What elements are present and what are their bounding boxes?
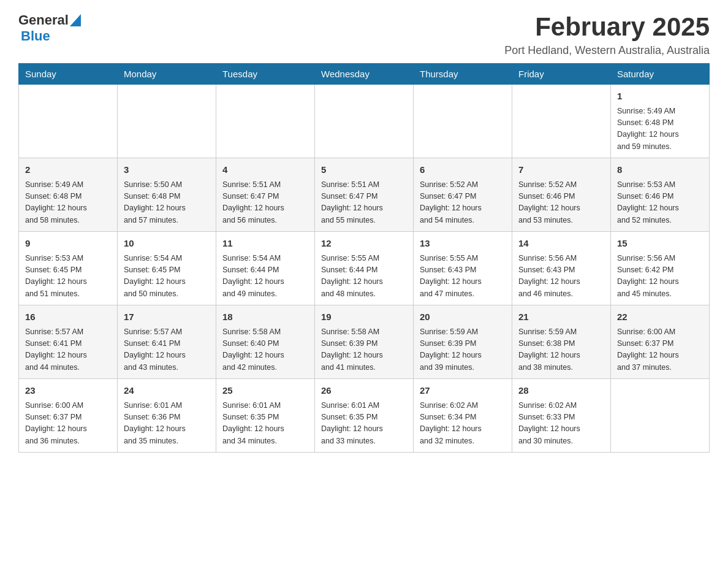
day-number: 6 xyxy=(420,163,506,177)
day-number: 8 xyxy=(617,163,703,177)
calendar-cell xyxy=(414,85,512,158)
logo-general-text: General xyxy=(18,12,69,28)
day-info: Sunrise: 5:52 AM Sunset: 6:47 PM Dayligh… xyxy=(420,179,506,227)
weekday-header-tuesday: Tuesday xyxy=(216,64,315,85)
calendar-cell: 3Sunrise: 5:50 AM Sunset: 6:48 PM Daylig… xyxy=(118,158,216,232)
calendar-cell: 8Sunrise: 5:53 AM Sunset: 6:46 PM Daylig… xyxy=(611,158,710,232)
calendar-week-row: 9Sunrise: 5:53 AM Sunset: 6:45 PM Daylig… xyxy=(19,232,710,305)
day-info: Sunrise: 5:59 AM Sunset: 6:38 PM Dayligh… xyxy=(518,326,604,374)
location-title: Port Hedland, Western Australia, Austral… xyxy=(504,44,710,57)
calendar-cell: 17Sunrise: 5:57 AM Sunset: 6:41 PM Dayli… xyxy=(118,305,216,379)
day-info: Sunrise: 5:54 AM Sunset: 6:44 PM Dayligh… xyxy=(222,253,308,301)
day-number: 21 xyxy=(518,310,604,324)
weekday-header-friday: Friday xyxy=(512,64,611,85)
calendar-week-row: 1Sunrise: 5:49 AM Sunset: 6:48 PM Daylig… xyxy=(19,85,710,158)
weekday-header-wednesday: Wednesday xyxy=(315,64,414,85)
day-number: 11 xyxy=(222,237,308,251)
day-info: Sunrise: 5:52 AM Sunset: 6:46 PM Dayligh… xyxy=(518,179,604,227)
calendar-cell: 25Sunrise: 6:01 AM Sunset: 6:35 PM Dayli… xyxy=(216,379,315,453)
day-info: Sunrise: 5:49 AM Sunset: 6:48 PM Dayligh… xyxy=(25,179,111,227)
calendar-cell: 23Sunrise: 6:00 AM Sunset: 6:37 PM Dayli… xyxy=(19,379,118,453)
day-info: Sunrise: 6:00 AM Sunset: 6:37 PM Dayligh… xyxy=(25,400,111,448)
calendar-cell xyxy=(216,85,315,158)
weekday-header-thursday: Thursday xyxy=(414,64,512,85)
calendar-cell: 18Sunrise: 5:58 AM Sunset: 6:40 PM Dayli… xyxy=(216,305,315,379)
svg-marker-0 xyxy=(70,14,81,26)
day-number: 26 xyxy=(321,384,407,398)
day-info: Sunrise: 6:02 AM Sunset: 6:34 PM Dayligh… xyxy=(420,400,506,448)
day-number: 25 xyxy=(222,384,308,398)
day-number: 7 xyxy=(518,163,604,177)
day-number: 22 xyxy=(617,310,703,324)
calendar-cell xyxy=(118,85,216,158)
day-number: 3 xyxy=(124,163,210,177)
title-area: February 2025 Port Hedland, Western Aust… xyxy=(504,12,710,57)
calendar-cell: 19Sunrise: 5:58 AM Sunset: 6:39 PM Dayli… xyxy=(315,305,414,379)
day-info: Sunrise: 5:56 AM Sunset: 6:43 PM Dayligh… xyxy=(518,253,604,301)
day-info: Sunrise: 6:00 AM Sunset: 6:37 PM Dayligh… xyxy=(617,326,703,374)
calendar-cell: 1Sunrise: 5:49 AM Sunset: 6:48 PM Daylig… xyxy=(611,85,710,158)
calendar-week-row: 16Sunrise: 5:57 AM Sunset: 6:41 PM Dayli… xyxy=(19,305,710,379)
day-info: Sunrise: 5:54 AM Sunset: 6:45 PM Dayligh… xyxy=(124,253,210,301)
calendar-cell: 2Sunrise: 5:49 AM Sunset: 6:48 PM Daylig… xyxy=(19,158,118,232)
calendar-cell xyxy=(611,379,710,453)
calendar-table: SundayMondayTuesdayWednesdayThursdayFrid… xyxy=(18,63,710,453)
calendar-cell: 28Sunrise: 6:02 AM Sunset: 6:33 PM Dayli… xyxy=(512,379,611,453)
calendar-cell: 6Sunrise: 5:52 AM Sunset: 6:47 PM Daylig… xyxy=(414,158,512,232)
calendar-cell: 26Sunrise: 6:01 AM Sunset: 6:35 PM Dayli… xyxy=(315,379,414,453)
calendar-cell: 11Sunrise: 5:54 AM Sunset: 6:44 PM Dayli… xyxy=(216,232,315,305)
day-info: Sunrise: 5:55 AM Sunset: 6:44 PM Dayligh… xyxy=(321,253,407,301)
day-info: Sunrise: 6:02 AM Sunset: 6:33 PM Dayligh… xyxy=(518,400,604,448)
day-number: 12 xyxy=(321,237,407,251)
page-header: General Blue February 2025 Port Hedland,… xyxy=(18,12,710,57)
calendar-cell: 12Sunrise: 5:55 AM Sunset: 6:44 PM Dayli… xyxy=(315,232,414,305)
month-title: February 2025 xyxy=(504,12,710,42)
day-number: 16 xyxy=(25,310,111,324)
day-number: 28 xyxy=(518,384,604,398)
calendar-cell: 22Sunrise: 6:00 AM Sunset: 6:37 PM Dayli… xyxy=(611,305,710,379)
weekday-header-saturday: Saturday xyxy=(611,64,710,85)
day-info: Sunrise: 5:49 AM Sunset: 6:48 PM Dayligh… xyxy=(617,105,703,153)
calendar-cell: 4Sunrise: 5:51 AM Sunset: 6:47 PM Daylig… xyxy=(216,158,315,232)
weekday-header-monday: Monday xyxy=(118,64,216,85)
day-number: 27 xyxy=(420,384,506,398)
calendar-header-row: SundayMondayTuesdayWednesdayThursdayFrid… xyxy=(19,64,710,85)
day-info: Sunrise: 5:58 AM Sunset: 6:40 PM Dayligh… xyxy=(222,326,308,374)
day-info: Sunrise: 6:01 AM Sunset: 6:36 PM Dayligh… xyxy=(124,400,210,448)
day-number: 10 xyxy=(124,237,210,251)
day-info: Sunrise: 5:57 AM Sunset: 6:41 PM Dayligh… xyxy=(25,326,111,374)
calendar-cell: 27Sunrise: 6:02 AM Sunset: 6:34 PM Dayli… xyxy=(414,379,512,453)
day-info: Sunrise: 5:57 AM Sunset: 6:41 PM Dayligh… xyxy=(124,326,210,374)
calendar-cell: 14Sunrise: 5:56 AM Sunset: 6:43 PM Dayli… xyxy=(512,232,611,305)
calendar-week-row: 23Sunrise: 6:00 AM Sunset: 6:37 PM Dayli… xyxy=(19,379,710,453)
calendar-cell xyxy=(315,85,414,158)
day-number: 1 xyxy=(617,90,703,104)
calendar-week-row: 2Sunrise: 5:49 AM Sunset: 6:48 PM Daylig… xyxy=(19,158,710,232)
day-number: 19 xyxy=(321,310,407,324)
day-number: 23 xyxy=(25,384,111,398)
day-info: Sunrise: 5:51 AM Sunset: 6:47 PM Dayligh… xyxy=(222,179,308,227)
calendar-cell: 13Sunrise: 5:55 AM Sunset: 6:43 PM Dayli… xyxy=(414,232,512,305)
day-number: 18 xyxy=(222,310,308,324)
day-info: Sunrise: 5:56 AM Sunset: 6:42 PM Dayligh… xyxy=(617,253,703,301)
calendar-cell: 7Sunrise: 5:52 AM Sunset: 6:46 PM Daylig… xyxy=(512,158,611,232)
calendar-cell: 15Sunrise: 5:56 AM Sunset: 6:42 PM Dayli… xyxy=(611,232,710,305)
day-number: 5 xyxy=(321,163,407,177)
day-number: 17 xyxy=(124,310,210,324)
calendar-cell: 10Sunrise: 5:54 AM Sunset: 6:45 PM Dayli… xyxy=(118,232,216,305)
day-info: Sunrise: 6:01 AM Sunset: 6:35 PM Dayligh… xyxy=(321,400,407,448)
calendar-cell: 21Sunrise: 5:59 AM Sunset: 6:38 PM Dayli… xyxy=(512,305,611,379)
day-info: Sunrise: 5:53 AM Sunset: 6:46 PM Dayligh… xyxy=(617,179,703,227)
day-info: Sunrise: 5:59 AM Sunset: 6:39 PM Dayligh… xyxy=(420,326,506,374)
calendar-cell: 16Sunrise: 5:57 AM Sunset: 6:41 PM Dayli… xyxy=(19,305,118,379)
calendar-cell: 20Sunrise: 5:59 AM Sunset: 6:39 PM Dayli… xyxy=(414,305,512,379)
day-number: 13 xyxy=(420,237,506,251)
day-number: 2 xyxy=(25,163,111,177)
day-number: 4 xyxy=(222,163,308,177)
day-number: 20 xyxy=(420,310,506,324)
day-info: Sunrise: 5:51 AM Sunset: 6:47 PM Dayligh… xyxy=(321,179,407,227)
day-number: 24 xyxy=(124,384,210,398)
day-info: Sunrise: 5:58 AM Sunset: 6:39 PM Dayligh… xyxy=(321,326,407,374)
day-info: Sunrise: 5:55 AM Sunset: 6:43 PM Dayligh… xyxy=(420,253,506,301)
day-number: 15 xyxy=(617,237,703,251)
